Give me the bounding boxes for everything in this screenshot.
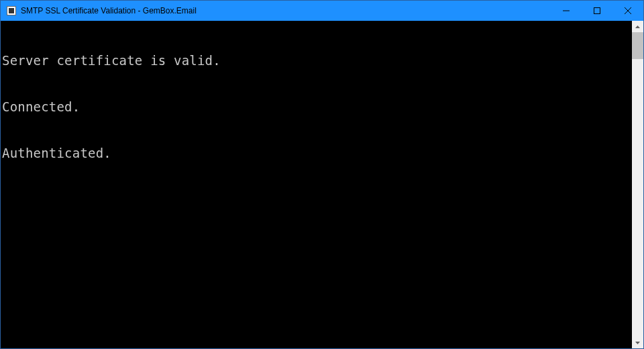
maximize-button[interactable] — [582, 1, 612, 21]
chevron-up-icon — [635, 26, 640, 28]
app-icon — [6, 5, 17, 16]
console-output[interactable]: Server certificate is valid. Connected. … — [1, 21, 632, 348]
svg-rect-3 — [594, 8, 600, 14]
scroll-track[interactable] — [632, 32, 643, 337]
window-title: SMTP SSL Certificate Validation - GemBox… — [21, 1, 197, 21]
scroll-thumb[interactable] — [632, 32, 643, 59]
chevron-down-icon — [635, 342, 640, 344]
svg-rect-1 — [9, 8, 14, 13]
window-controls — [551, 1, 643, 21]
console-line: Authenticated. — [2, 146, 632, 161]
console-line: Connected. — [2, 99, 632, 115]
scroll-up-button[interactable] — [632, 21, 643, 32]
client-area: Server certificate is valid. Connected. … — [1, 21, 643, 348]
svg-marker-7 — [635, 342, 640, 344]
minimize-button[interactable] — [551, 1, 582, 21]
close-button[interactable] — [612, 1, 643, 21]
app-window: SMTP SSL Certificate Validation - GemBox… — [0, 0, 644, 349]
scroll-down-button[interactable] — [632, 337, 643, 348]
console-line: Server certificate is valid. — [2, 53, 632, 68]
titlebar[interactable]: SMTP SSL Certificate Validation - GemBox… — [1, 1, 643, 21]
svg-marker-6 — [635, 26, 640, 28]
vertical-scrollbar[interactable] — [632, 21, 643, 348]
